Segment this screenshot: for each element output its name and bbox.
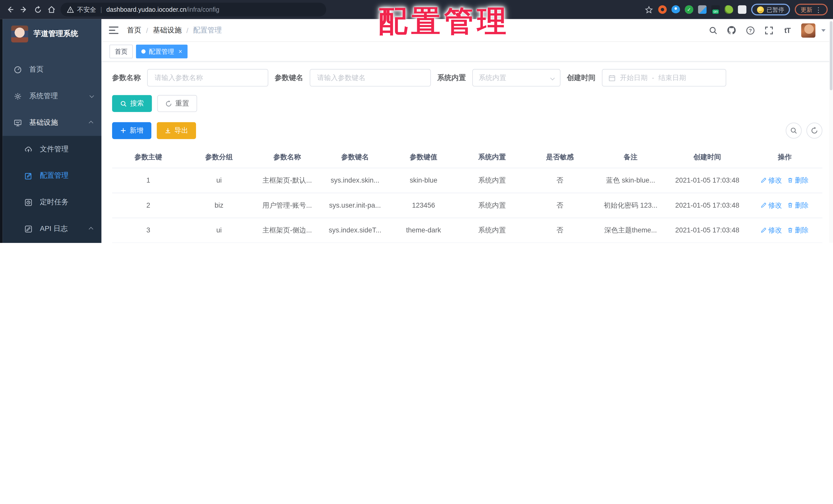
browser-back-icon[interactable] xyxy=(5,5,15,14)
close-tab-icon[interactable]: × xyxy=(178,48,183,55)
app-logo-row[interactable]: 芋道管理系统 xyxy=(3,19,101,49)
search-button[interactable]: 搜索 xyxy=(112,95,152,112)
delete-row-link[interactable]: 删除 xyxy=(787,200,809,210)
refresh-icon xyxy=(811,127,818,134)
font-size-icon[interactable]: tT xyxy=(783,26,792,35)
user-avatar[interactable] xyxy=(801,23,815,37)
param-key-label: 参数键名 xyxy=(275,73,303,82)
github-icon[interactable] xyxy=(727,26,736,35)
pencil-icon xyxy=(761,227,767,233)
sidebar: 芋道管理系统 首页 系统管理 基础设施 xyxy=(3,19,101,243)
app-logo-image xyxy=(11,26,28,43)
extension-puzzle-blue-icon[interactable] xyxy=(698,5,707,14)
search-icon xyxy=(790,127,798,134)
screen: 不安全 | dashboard.yudao.iocoder.cn/infra/c… xyxy=(0,0,833,243)
refresh-table-button[interactable] xyxy=(806,123,822,138)
breadcrumb-home[interactable]: 首页 xyxy=(127,26,141,35)
dashboard-gauge-icon xyxy=(13,65,22,74)
paused-extension-button[interactable]: 已暂停 xyxy=(751,4,790,16)
sidebar-item-scheduled-jobs[interactable]: 定时任务 xyxy=(3,189,101,216)
table-row: 1ui 主框架页-默认...sys.index.skin... skin-blu… xyxy=(112,168,822,193)
trash-icon xyxy=(787,177,793,183)
reset-button[interactable]: 重置 xyxy=(157,95,197,112)
sidebar-item-file-management[interactable]: 文件管理 xyxy=(3,136,101,162)
app-title: 芋道管理系统 xyxy=(33,29,78,39)
col-create-time: 创建时间 xyxy=(667,147,747,168)
builtin-select[interactable]: 系统内置 xyxy=(472,69,561,87)
toggle-search-button[interactable] xyxy=(786,123,802,138)
calendar-icon xyxy=(608,74,616,81)
col-group: 参数分组 xyxy=(185,147,253,168)
sidebar-item-system[interactable]: 系统管理 xyxy=(3,83,101,109)
plus-icon xyxy=(120,127,126,134)
log-edit-icon xyxy=(24,225,32,233)
col-key: 参数键名 xyxy=(321,147,389,168)
sidebar-item-home[interactable]: 首页 xyxy=(3,56,101,83)
extension-green-check-icon[interactable]: ✓ xyxy=(685,5,693,14)
annotation-overlay-text: 配置管理 xyxy=(378,2,510,42)
active-tab-dot xyxy=(141,49,146,54)
not-secure-warning-icon xyxy=(67,6,74,13)
table-row: 3ui 主框架页-侧边...sys.index.sideT... theme-d… xyxy=(112,218,822,243)
security-label[interactable]: 不安全 xyxy=(77,5,96,14)
param-key-input[interactable] xyxy=(316,73,424,82)
fullscreen-icon[interactable] xyxy=(764,26,774,35)
date-range-picker[interactable]: 开始日期 - 结束日期 xyxy=(602,69,726,87)
cloud-upload-icon xyxy=(24,145,32,153)
table-row: 41 xxxdemo.test 10自定义 否5 2021-01-19 03:1… xyxy=(112,243,822,243)
browser-menu-kebab-icon[interactable]: ⋮ xyxy=(815,6,822,14)
monitor-icon xyxy=(13,118,22,127)
svg-text:?: ? xyxy=(748,28,752,33)
help-question-icon[interactable]: ? xyxy=(745,26,755,35)
page-scrollbar[interactable] xyxy=(829,19,833,243)
edit-row-link[interactable]: 修改 xyxy=(761,225,782,235)
col-id: 参数主键 xyxy=(112,147,185,168)
chevron-down-icon xyxy=(90,93,94,98)
search-icon xyxy=(120,100,127,107)
trash-icon xyxy=(787,227,793,233)
extension-leaf-icon[interactable] xyxy=(725,5,733,14)
breadcrumb-infra[interactable]: 基础设施 xyxy=(153,26,182,35)
col-value: 参数键值 xyxy=(389,147,458,168)
col-remark: 备注 xyxy=(594,147,668,168)
export-button[interactable]: 导出 xyxy=(157,122,196,139)
delete-row-link[interactable]: 删除 xyxy=(787,175,809,185)
sidebar-scroll-gutter xyxy=(0,19,3,243)
sidebar-item-config-management[interactable]: 配置管理 xyxy=(3,162,101,189)
user-menu-caret-icon[interactable] xyxy=(821,29,826,31)
add-button[interactable]: 新增 xyxy=(112,122,151,139)
pencil-icon xyxy=(761,202,767,208)
table-header-row: 参数主键 参数分组 参数名称 参数键名 参数键值 系统内置 是否敏感 备注 创建… xyxy=(112,147,822,168)
sidebar-item-api-log[interactable]: API 日志 xyxy=(3,216,101,242)
sidebar-item-infra[interactable]: 基础设施 xyxy=(3,109,101,136)
extension-orange-icon[interactable] xyxy=(658,5,667,14)
bookmark-star-icon[interactable] xyxy=(644,5,653,14)
browser-update-button[interactable]: 更新 ⋮ xyxy=(795,4,828,16)
date-end-placeholder[interactable]: 结束日期 xyxy=(659,73,686,82)
emoji-face-icon xyxy=(757,6,764,13)
search-icon[interactable] xyxy=(708,26,718,35)
tab-home[interactable]: 首页 xyxy=(110,45,133,58)
edit-row-link[interactable]: 修改 xyxy=(761,175,782,185)
extension-puzzle-white-icon[interactable] xyxy=(738,5,746,14)
sidebar-collapse-icon[interactable] xyxy=(109,27,118,34)
tab-config-management[interactable]: 配置管理 × xyxy=(136,45,187,58)
breadcrumb-current: 配置管理 xyxy=(193,26,222,35)
browser-home-icon[interactable] xyxy=(47,5,56,14)
chevron-down-icon xyxy=(550,75,555,80)
extension-on-badge-icon[interactable]: on xyxy=(711,5,720,14)
browser-reload-icon[interactable] xyxy=(33,5,43,14)
edit-row-link[interactable]: 修改 xyxy=(761,200,782,210)
browser-forward-icon[interactable] xyxy=(19,5,29,14)
url-separator: | xyxy=(100,6,102,13)
address-bar[interactable]: 不安全 | dashboard.yudao.iocoder.cn/infra/c… xyxy=(61,3,326,16)
col-name: 参数名称 xyxy=(253,147,321,168)
breadcrumb: 首页 / 基础设施 / 配置管理 xyxy=(127,26,222,35)
sidebar-item-access-log[interactable]: 访问日志 xyxy=(3,242,101,243)
url-text[interactable]: dashboard.yudao.iocoder.cn/infra/config xyxy=(106,6,219,13)
delete-row-link[interactable]: 删除 xyxy=(787,225,809,235)
extension-pin-icon[interactable] xyxy=(671,5,680,14)
param-name-input-wrap xyxy=(147,69,268,87)
date-start-placeholder[interactable]: 开始日期 xyxy=(620,73,648,82)
param-name-input[interactable] xyxy=(153,73,262,82)
